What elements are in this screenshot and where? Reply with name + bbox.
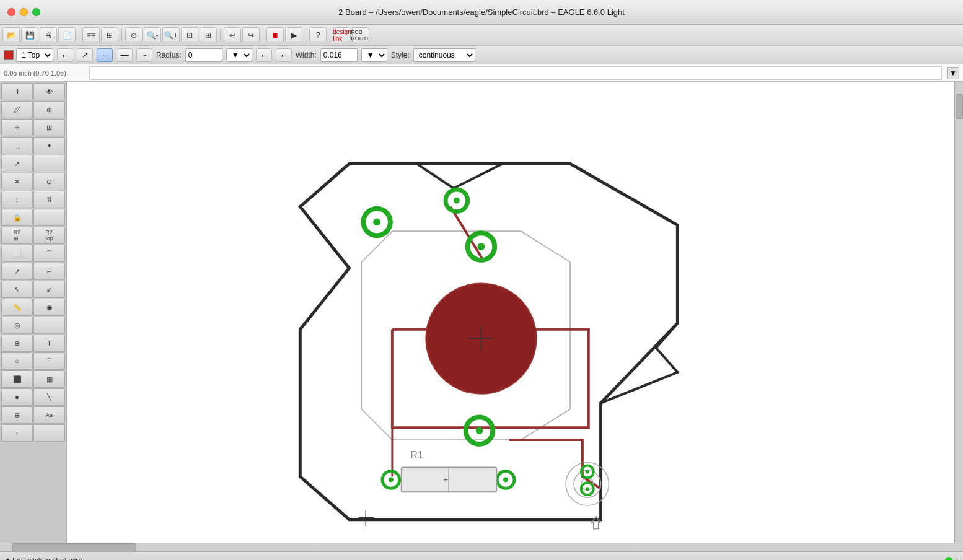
wired-button[interactable]: ↙ <box>33 281 65 298</box>
wire-mode-2[interactable]: ↗ <box>77 48 93 62</box>
rect-button[interactable]: ⬜ <box>1 245 33 262</box>
label-button[interactable]: Aa <box>33 406 65 424</box>
pick-button[interactable]: ✦ <box>33 137 65 154</box>
width-unit[interactable]: ▼ <box>361 48 387 62</box>
via-button[interactable]: ◎ <box>1 317 33 334</box>
top-button[interactable]: R2top <box>33 227 65 244</box>
layer-selector[interactable]: 1 Top <box>4 48 53 62</box>
stop-button[interactable]: ⏹ <box>266 27 284 43</box>
info-button[interactable]: ℹ <box>1 83 33 100</box>
angle-mode-2[interactable]: ⌐ <box>276 48 292 62</box>
pcbroute-button[interactable]: PCBROUTE <box>352 27 369 43</box>
status-exclamation: ! <box>956 556 958 561</box>
zoom-out-button[interactable]: 🔍- <box>144 27 161 43</box>
sidebar-row-16: ⬛ ▦ <box>1 370 65 388</box>
draw-button[interactable]: 🖊 <box>1 101 33 118</box>
value-button[interactable]: R2⊞ <box>1 227 33 244</box>
pcb-svg: R1 + <box>67 82 954 543</box>
flip-button[interactable]: ⇅ <box>33 191 65 208</box>
help-button[interactable]: ? <box>309 27 327 43</box>
sidebar-row-17: ● ╲ <box>1 388 65 406</box>
separator4 <box>263 28 263 42</box>
pad-button[interactable]: ◉ <box>33 299 65 316</box>
svg-point-19 <box>503 477 508 482</box>
sidebar-row-13: ◎ <box>1 317 65 334</box>
redo-button[interactable]: ↪ <box>242 27 260 43</box>
undo-button[interactable]: ↩ <box>224 27 241 43</box>
open-button[interactable]: 📂 <box>2 27 20 43</box>
design-button[interactable]: designlink <box>333 27 351 43</box>
close-button[interactable] <box>7 8 15 16</box>
horizontal-scrollbar[interactable] <box>0 543 963 551</box>
separator <box>79 28 79 42</box>
smash-button[interactable]: ⊙ <box>33 173 65 190</box>
dimension-button[interactable]: ↕ <box>1 424 33 442</box>
sidebar-row-6: ↕ ⇅ <box>1 191 65 208</box>
svg-text:R1: R1 <box>411 450 423 460</box>
route-button[interactable]: ⌐ <box>33 263 65 280</box>
maximize-button[interactable] <box>32 8 40 16</box>
window-controls[interactable] <box>7 8 40 16</box>
circle-button[interactable]: ○ <box>1 352 33 370</box>
cmdline-dropdown[interactable]: ▼ <box>947 67 959 79</box>
split-button[interactable]: ⊞ <box>33 119 65 136</box>
visibility-button[interactable]: 👁 <box>33 83 65 100</box>
layer-color <box>4 50 14 60</box>
wire-mode-4[interactable]: — <box>117 48 133 62</box>
origin-button[interactable]: ⊕ <box>1 406 33 424</box>
zoom-area-button[interactable]: ⊞ <box>200 27 217 43</box>
wire-mode-5[interactable]: ~ <box>136 48 152 62</box>
layer-dropdown[interactable]: 1 Top <box>16 48 53 62</box>
svg-point-11 <box>454 198 460 204</box>
print2-button[interactable]: 📄 <box>58 27 76 43</box>
hatch-button[interactable]: ▦ <box>33 370 65 388</box>
wire-mode-1[interactable]: ⌐ <box>57 48 73 62</box>
titlebar: 2 Board – /Users/owen/Documents/eagle/Si… <box>0 0 963 25</box>
sidebar-row-9: ⬜ ⌒ <box>1 245 65 262</box>
width-input[interactable] <box>320 48 358 62</box>
radius-input[interactable] <box>185 48 222 62</box>
fill-button[interactable]: ⬛ <box>1 370 33 388</box>
status-message: ◆ Left-click to start wire <box>5 556 82 561</box>
drc-button[interactable]: ⊞ <box>101 27 118 43</box>
zoom-sel-button[interactable]: ⊙ <box>125 27 143 43</box>
cross-button[interactable]: ⊕ <box>1 335 33 352</box>
wire-mode-3[interactable]: ⌐ <box>97 48 113 62</box>
radius-unit[interactable]: ▼ <box>226 48 252 62</box>
wire-button[interactable]: ↗ <box>1 263 33 280</box>
group-button[interactable]: ⊕ <box>33 101 65 118</box>
blank1 <box>33 155 65 172</box>
zoom-in-button[interactable]: 🔍+ <box>162 27 180 43</box>
svg-point-17 <box>389 477 394 482</box>
move-button[interactable]: ✛ <box>1 119 33 136</box>
style-dropdown[interactable]: continuous <box>413 48 475 62</box>
minimize-button[interactable] <box>20 8 28 16</box>
command-input[interactable] <box>89 66 942 80</box>
drawing-toolbar: 1 Top ⌐ ↗ ⌐ — ~ Radius: ▼ ⌐ ⌐ Width: ▼ S… <box>0 46 963 64</box>
arc-button[interactable]: ⌒ <box>33 245 65 262</box>
mirror-button[interactable]: ↕ <box>1 191 33 208</box>
angle-mode-1[interactable]: ⌐ <box>256 48 272 62</box>
layers-button[interactable]: ≡≡ <box>82 27 100 43</box>
vertical-scrollbar[interactable] <box>954 82 963 543</box>
dot-button[interactable]: ● <box>1 388 33 406</box>
measure-button[interactable]: 📏 <box>1 299 33 316</box>
select-button[interactable]: ⬚ <box>1 137 33 154</box>
status-right: ! <box>945 556 958 561</box>
scroll-thumb[interactable] <box>12 543 136 551</box>
delete-button[interactable]: ✕ <box>1 173 33 190</box>
wirec-button[interactable]: ↖ <box>1 281 33 298</box>
print-button[interactable]: 🖨 <box>40 27 57 43</box>
zoom-fit-button[interactable]: ⊡ <box>181 27 198 43</box>
text-button[interactable]: T <box>33 335 65 352</box>
line-button[interactable]: ╲ <box>33 388 65 406</box>
arrow-button[interactable]: ↗ <box>1 155 33 172</box>
arc2-button[interactable]: ⌒ <box>33 352 65 370</box>
run-button[interactable]: ▶ <box>285 27 302 43</box>
command-line: 0.05 inch (0.70 1.05) ▼ <box>0 64 963 82</box>
left-sidebar: ℹ 👁 🖊 ⊕ ✛ ⊞ ⬚ ✦ ↗ ✕ ⊙ ↕ ⇅ 🔒 <box>0 82 67 543</box>
pcb-canvas-area[interactable]: R1 + <box>67 82 954 543</box>
sidebar-row-0: ℹ 👁 <box>1 83 65 100</box>
save-button[interactable]: 💾 <box>21 27 38 43</box>
lock-button[interactable]: 🔒 <box>1 209 33 226</box>
